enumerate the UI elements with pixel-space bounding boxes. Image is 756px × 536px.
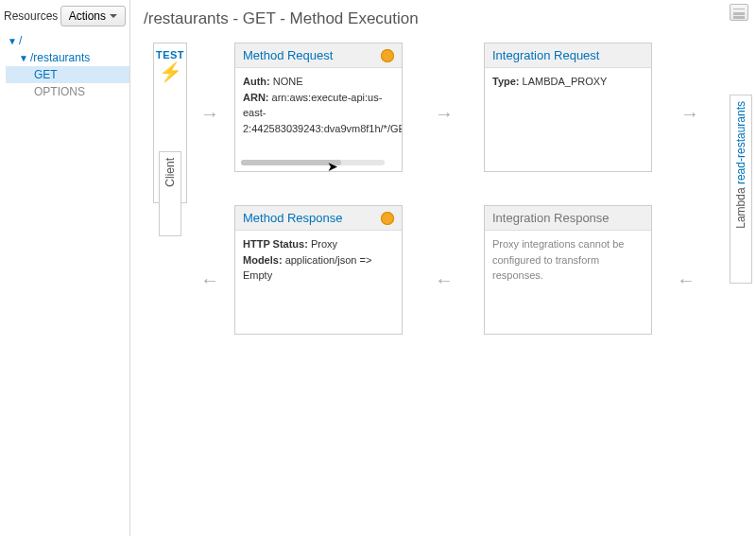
resources-sidebar: Resources Actions ▼ / ▼ /restaurants GET… — [0, 0, 130, 536]
arrow-right-icon — [435, 104, 454, 123]
method-execution-canvas: TEST ⚡ Client Lambda read-restaurants Me… — [142, 38, 747, 529]
arrow-left-icon — [435, 270, 454, 289]
method-request-title[interactable]: Method Request — [243, 48, 333, 62]
documentation-icon[interactable] — [730, 4, 748, 21]
integration-response-card: Integration Response Proxy integrations … — [484, 205, 652, 335]
method-response-card[interactable]: Method Response HTTP Status: Proxy Model… — [234, 205, 403, 335]
lambda-label: Lambda read-restaurants — [734, 95, 747, 234]
tree-label: GET — [34, 68, 58, 81]
horizontal-scrollbar[interactable] — [241, 160, 385, 165]
method-request-card[interactable]: Method Request Auth: NONE ARN: arn:aws:e… — [234, 43, 403, 172]
integration-request-card[interactable]: Integration Request Type: LAMBDA_PROXY — [484, 43, 652, 172]
actions-label: Actions — [69, 9, 106, 23]
sidebar-title: Resources — [4, 9, 60, 23]
tree-resource-restaurants[interactable]: ▼ /restaurants — [6, 49, 129, 66]
bolt-icon: ⚡ — [159, 62, 182, 81]
client-label: Client — [163, 152, 177, 193]
method-response-title[interactable]: Method Response — [243, 211, 343, 225]
client-box: Client — [159, 151, 181, 236]
integration-response-title: Integration Response — [492, 211, 610, 225]
tree-method-get[interactable]: GET — [6, 66, 129, 83]
tree-root[interactable]: ▼ / — [6, 32, 129, 49]
gear-icon[interactable] — [381, 212, 394, 225]
integration-response-body: Proxy integrations cannot be configured … — [485, 231, 651, 289]
method-request-body: Auth: NONE ARN: arn:aws:execute-api:us-e… — [235, 68, 402, 142]
test-label: TEST — [156, 49, 184, 61]
caret-down-icon: ▼ — [19, 53, 28, 63]
caret-down-icon: ▼ — [8, 36, 17, 46]
arrow-right-icon — [200, 104, 219, 123]
cursor-icon: ➤ — [327, 159, 338, 174]
arrow-right-icon — [680, 104, 699, 123]
method-response-body: HTTP Status: Proxy Models: application/j… — [235, 231, 402, 289]
tree-label: /restaurants — [30, 51, 90, 64]
page-title: /restaurants - GET - Method Execution — [144, 9, 747, 28]
chevron-down-icon — [110, 14, 117, 18]
integration-request-body: Type: LAMBDA_PROXY — [485, 68, 651, 95]
integration-request-title[interactable]: Integration Request — [492, 48, 599, 62]
tree-label: OPTIONS — [34, 85, 85, 98]
resource-tree: ▼ / ▼ /restaurants GET OPTIONS — [0, 32, 129, 100]
main-pane: /restaurants - GET - Method Execution TE… — [130, 0, 756, 536]
arrow-left-icon — [677, 270, 696, 289]
tree-label: / — [19, 34, 22, 47]
arrow-left-icon — [200, 270, 219, 289]
actions-button[interactable]: Actions — [60, 6, 126, 26]
gear-icon[interactable] — [381, 49, 394, 62]
lambda-box[interactable]: Lambda read-restaurants — [730, 95, 752, 284]
tree-method-options[interactable]: OPTIONS — [6, 83, 129, 100]
